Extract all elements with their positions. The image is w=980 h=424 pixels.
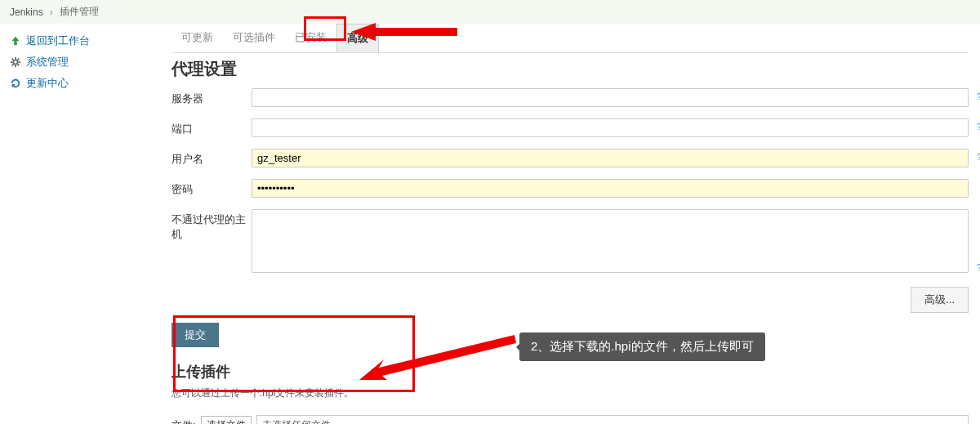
file-label: 文件: [172,418,196,425]
tabs: 可更新 可选插件 已安装 高级 [172,24,969,53]
help-icon[interactable]: ? [977,152,980,162]
label-password: 密码 [172,179,252,197]
row-port: 端口 ? [172,118,969,137]
upload-section-title: 上传插件 [172,362,969,382]
svg-point-0 [13,60,17,64]
file-row: 文件: 选择文件 未选择任何文件 [172,415,969,424]
input-user[interactable] [252,149,969,167]
breadcrumb-current: 插件管理 [60,5,99,19]
help-icon[interactable]: ? [977,122,980,132]
input-port[interactable] [252,118,969,137]
row-server: 服务器 ? [172,88,969,107]
sidebar-item-label: 返回到工作台 [26,33,90,48]
row-user: 用户名 ? [172,149,969,167]
breadcrumb-root[interactable]: Jenkins [10,7,43,18]
help-icon[interactable]: ? [977,262,980,272]
label-user: 用户名 [172,149,252,167]
proxy-section-title: 代理设置 [172,58,969,80]
choose-file-button[interactable]: 选择文件 [201,416,252,424]
tab-available[interactable]: 可选插件 [223,24,285,52]
row-password: 密码 [172,179,969,198]
textarea-noproxy[interactable] [252,209,969,273]
sidebar-item-label: 更新中心 [26,76,69,91]
tab-installed[interactable]: 已安装 [285,24,336,52]
sidebar-item-back[interactable]: 返回到工作台 [3,30,168,51]
label-noproxy: 不通过代理的主机 [172,209,252,242]
sidebar: 返回到工作台 系统管理 更新中心 [0,24,172,424]
submit-proxy-button[interactable]: 提交 [172,323,219,347]
input-server[interactable] [252,88,969,107]
row-noproxy: 不通过代理的主机 ? [172,209,969,275]
breadcrumb-sep: › [50,7,53,18]
sidebar-item-label: 系统管理 [26,55,69,69]
refresh-icon [10,78,21,89]
gear-icon [10,56,21,68]
arrow-up-icon [10,35,21,47]
advanced-button[interactable]: 高级... [911,287,969,313]
tab-advanced[interactable]: 高级 [336,24,379,52]
help-icon[interactable]: ? [977,91,980,101]
breadcrumb: Jenkins › 插件管理 [0,0,980,24]
tab-updatable[interactable]: 可更新 [172,24,223,52]
file-name: 未选择任何文件 [256,415,969,424]
upload-desc: 您可以通过上传一个.hpi文件来安装插件。 [172,386,969,400]
label-port: 端口 [172,118,252,136]
input-password[interactable] [252,179,969,198]
main: 可更新 可选插件 已安装 高级 代理设置 服务器 ? 端口 ? [172,24,980,424]
label-server: 服务器 [172,88,252,106]
sidebar-item-update[interactable]: 更新中心 [3,73,168,94]
sidebar-item-manage[interactable]: 系统管理 [3,51,168,73]
